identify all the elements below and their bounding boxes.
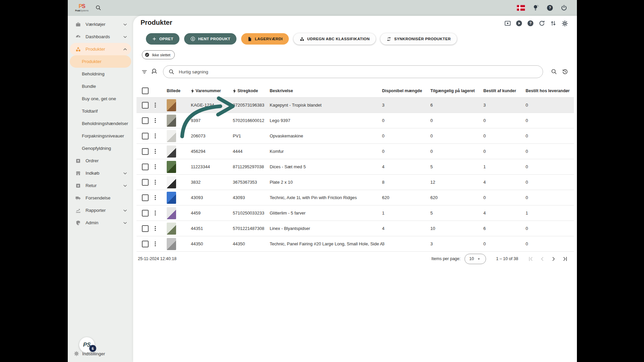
sidebar-item-rapporter[interactable]: Rapporter <box>70 204 131 217</box>
row-menu-icon[interactable] <box>153 128 167 143</box>
sort-import-export-icon[interactable] <box>550 20 557 27</box>
previous-page-button[interactable] <box>539 256 545 262</box>
row-checkbox[interactable] <box>142 102 149 109</box>
row-menu-icon[interactable] <box>153 190 167 205</box>
table-row[interactable]: 43093 43093 Technic, Axle 1L with Pin wi… <box>137 190 574 205</box>
sidebar-subitem-bundle[interactable]: Bundle <box>70 80 131 93</box>
column-header-disponibel[interactable]: Disponibel mængde <box>382 88 430 93</box>
sidebar-item-ordrer[interactable]: Ordrer <box>70 155 131 167</box>
product-image <box>167 207 176 219</box>
table-row[interactable]: 9397 5702016600012 Lego 9397 0 0 0 0 <box>137 113 574 128</box>
opret-button[interactable]: OPRET <box>146 33 179 45</box>
row-menu-icon[interactable] <box>153 98 167 113</box>
sidebar-item-admin[interactable]: Admin <box>70 217 131 229</box>
global-search-icon[interactable] <box>95 5 101 11</box>
advanced-search-icon[interactable] <box>551 68 557 75</box>
abc-shapes-icon <box>300 37 305 42</box>
history-icon[interactable] <box>561 68 568 75</box>
row-checkbox[interactable] <box>142 133 149 139</box>
search-input[interactable] <box>163 65 543 78</box>
row-menu-icon[interactable] <box>153 144 167 159</box>
saved-search-icon[interactable] <box>151 68 158 75</box>
row-checkbox[interactable] <box>142 210 149 217</box>
table-row[interactable]: 4459 5710250033233 Glitterlim - 5 farver… <box>137 205 574 221</box>
row-checkbox[interactable] <box>142 117 149 124</box>
row-checkbox[interactable] <box>142 148 149 155</box>
row-menu-icon[interactable] <box>153 221 167 236</box>
row-checkbox[interactable] <box>142 179 149 186</box>
table-row[interactable]: 44351 5701221487308 Linex - Blyantspidse… <box>137 221 574 236</box>
column-header-bestilt-af-kunder[interactable]: Bestilt af kunder <box>483 88 526 93</box>
column-header-tilgaengelig[interactable]: Tilgængelig på lageret <box>430 88 483 93</box>
first-page-button[interactable] <box>528 256 534 262</box>
last-page-button[interactable] <box>562 256 568 262</box>
filter-chip-ikke-slettet[interactable]: Ikke slettet <box>142 50 175 59</box>
udregn-abc-klassifikation-button[interactable]: UDREGN ABC KLASSIFIKATION <box>293 33 376 45</box>
table-row[interactable]: 44350 44350 Technic, Panel Fairing #20 L… <box>137 236 574 251</box>
table-row[interactable]: 3832 3675367353 Plate 2 x 10 8 12 4 0 <box>137 174 574 190</box>
sidebar-item-vaerktojer[interactable]: Værktøjer <box>70 18 131 31</box>
column-header-bestilt-hos-leverandor[interactable]: Bestilt hos leverandør <box>526 88 574 93</box>
cell-beskrivelse: Lego 9397 <box>270 118 382 123</box>
items-per-page-select[interactable]: 10 <box>465 254 486 264</box>
main-content: Produkter OPRET HENT PRODUKT LAGERVÆRDI <box>133 16 577 362</box>
sidebar-subitem-produkter[interactable]: Produkter <box>70 55 131 68</box>
table-row[interactable]: 206073 PV1 Opvaskemaskine 0 0 0 0 <box>137 128 574 143</box>
sidebar-subitem-beholdning[interactable]: Beholdning <box>70 68 131 80</box>
settings-label: Indstillinger <box>82 351 105 356</box>
cell-stregkode: 44350 <box>233 241 270 246</box>
synkroniser-produkter-button[interactable]: SYNKRONISÉR PRODUKTER <box>380 33 457 45</box>
table-row[interactable]: 11223344 8711295297038 Dices - Sæt med 5… <box>137 159 574 174</box>
topbar-actions <box>517 4 568 11</box>
sidebar-item-forsendelse[interactable]: Forsendelse <box>70 192 131 204</box>
topbar: PS PeakSystems <box>68 0 577 16</box>
language-flag-icon[interactable] <box>517 5 525 11</box>
cell-disponibel: 3 <box>382 103 430 108</box>
row-checkbox[interactable] <box>142 225 149 232</box>
brand-logo[interactable]: PS PeakSystems <box>75 4 89 12</box>
product-image <box>167 223 176 235</box>
column-header-varenummer[interactable]: Varenummer <box>191 88 233 93</box>
sidebar-subitem-toldtarif[interactable]: Toldtarif <box>70 105 131 117</box>
sidebar-subitem-beholdningshaendelser[interactable]: Beholdningshændelser <box>70 117 131 130</box>
cell-disponibel: 0 <box>382 133 430 138</box>
cell-bestilt-kunder: 0 <box>483 133 526 138</box>
sidebar-item-produkter[interactable]: Produkter <box>70 43 131 55</box>
column-header-stregkode[interactable]: Stregkode <box>233 88 270 93</box>
sidebar-subitem-buy-one-get-one[interactable]: Buy one, get one <box>70 93 131 105</box>
sidebar-item-dashboards[interactable]: Dashboards <box>70 31 131 43</box>
sidebar-item-indkob[interactable]: Indkøb <box>70 167 131 179</box>
table-row[interactable]: KAGE-1234 8720573196383 Kagepynt - Tropi… <box>137 97 574 113</box>
filter-list-icon[interactable] <box>141 69 148 75</box>
hent-produkt-button[interactable]: HENT PRODUKT <box>184 33 236 45</box>
column-header-billede[interactable]: Billede <box>167 88 191 93</box>
sidebar-item-retur[interactable]: Retur <box>70 179 131 192</box>
row-checkbox[interactable] <box>142 164 149 170</box>
logout-power-icon[interactable] <box>560 4 568 11</box>
sidebar-subitem-forpakningsniveauer[interactable]: Forpakningsniveauer <box>70 130 131 142</box>
whats-new-bulb-icon[interactable] <box>532 4 539 11</box>
view-toggle-icon[interactable] <box>504 20 511 27</box>
table-settings-gear-icon[interactable] <box>561 20 568 27</box>
sidebar-item-indstillinger[interactable]: Indstillinger <box>74 351 105 356</box>
row-menu-icon[interactable] <box>153 236 167 251</box>
run-play-icon[interactable] <box>516 20 523 27</box>
row-menu-icon[interactable] <box>153 205 167 221</box>
row-menu-icon[interactable] <box>153 113 167 128</box>
row-checkbox[interactable] <box>142 241 149 247</box>
row-checkbox[interactable] <box>142 194 149 201</box>
help-icon[interactable] <box>546 4 553 11</box>
sidebar-subitem-genopfyldning[interactable]: Genopfyldning <box>70 142 131 155</box>
select-all-checkbox[interactable] <box>142 87 149 94</box>
refresh-icon[interactable] <box>538 20 545 27</box>
cell-beskrivelse: Technic, Axle 1L with Pin with Friction … <box>270 195 382 200</box>
lagervaerdi-button[interactable]: LAGERVÆRDI <box>241 33 289 45</box>
cell-tilgaengelig: 0 <box>430 133 483 138</box>
row-menu-icon[interactable] <box>153 175 167 190</box>
help-circle-icon[interactable] <box>527 20 534 27</box>
brand-mark: PS <box>78 4 85 9</box>
column-header-beskrivelse[interactable]: Beskrivelse <box>270 88 382 93</box>
next-page-button[interactable] <box>550 256 557 262</box>
row-menu-icon[interactable] <box>153 159 167 174</box>
table-row[interactable]: 456294 4444 Komfur 0 0 0 0 <box>137 143 574 159</box>
